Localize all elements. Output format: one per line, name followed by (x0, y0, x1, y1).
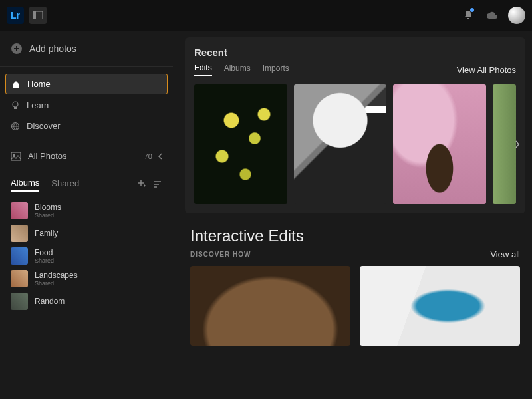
chevron-left-icon (158, 153, 162, 160)
add-photos-button[interactable]: Add photos (0, 31, 173, 66)
recent-photo-thumbnail[interactable] (294, 84, 387, 204)
all-photos-label: All Photos (28, 151, 67, 161)
recent-title: Recent (194, 47, 516, 58)
album-thumbnail (11, 270, 28, 287)
svg-rect-6 (11, 152, 21, 160)
album-item[interactable]: LandscapesShared (5, 267, 168, 290)
add-album-button[interactable] (137, 179, 146, 191)
nav-discover[interactable]: Discover (5, 116, 168, 136)
all-photos-count: 70 (144, 152, 152, 160)
chevron-right-icon (515, 140, 520, 149)
app-logo: Lr (7, 7, 24, 24)
album-thumbnail (11, 293, 28, 310)
album-item[interactable]: FoodShared (5, 245, 168, 267)
album-item[interactable]: BloomsShared (5, 200, 168, 222)
recent-tab-edits[interactable]: Edits (194, 63, 212, 76)
album-shared-label: Shared (35, 280, 78, 287)
recent-panel: Recent Edits Albums Imports View All Pho… (185, 37, 525, 213)
svg-rect-4 (14, 107, 17, 109)
albums-list: BloomsShared Family FoodShared Landscape… (0, 197, 173, 315)
all-photos-button[interactable]: All Photos 70 (0, 144, 173, 168)
recent-photo-thumbnail[interactable] (393, 84, 486, 204)
nav-home[interactable]: Home (5, 74, 168, 94)
notification-dot-icon (470, 8, 474, 12)
tab-albums[interactable]: Albums (11, 178, 39, 192)
cloud-sync-button[interactable] (483, 6, 501, 25)
photo-icon (11, 152, 21, 161)
album-thumbnail (11, 202, 28, 219)
panel-toggle-button[interactable] (29, 7, 47, 24)
album-name: Family (35, 229, 58, 238)
album-name: Random (35, 297, 65, 306)
album-name: Landscapes (35, 271, 78, 280)
interactive-edit-thumbnail[interactable] (360, 266, 520, 346)
lightbulb-icon (11, 101, 20, 110)
top-bar: Lr (0, 0, 532, 31)
nav-label: Home (27, 79, 51, 89)
interactive-edits-title: Interactive Edits (190, 227, 520, 245)
album-shared-label: Shared (35, 257, 54, 264)
album-thumbnail (11, 247, 28, 265)
recent-tab-imports[interactable]: Imports (263, 64, 289, 76)
plus-circle-icon (11, 43, 23, 55)
svg-rect-1 (33, 11, 36, 19)
sidebar: Add photos Home Learn Discover All Photo… (0, 31, 173, 399)
album-thumbnail (11, 225, 28, 242)
interactive-subtitle: DISCOVER HOW (190, 251, 251, 258)
interactive-edit-thumbnail[interactable] (190, 266, 350, 346)
sort-icon (153, 180, 162, 188)
scroll-right-button[interactable] (511, 131, 524, 158)
nav-label: Discover (27, 121, 61, 131)
nav-label: Learn (27, 100, 49, 110)
user-avatar[interactable] (508, 7, 525, 24)
tab-shared[interactable]: Shared (51, 178, 79, 191)
album-name: Food (35, 248, 54, 257)
plus-icon (137, 179, 146, 188)
album-item[interactable]: Random (5, 290, 168, 313)
recent-tab-albums[interactable]: Albums (224, 64, 251, 76)
album-name: Blooms (35, 203, 61, 212)
recent-photo-thumbnail[interactable] (194, 84, 287, 204)
svg-point-7 (13, 154, 15, 156)
globe-icon (11, 122, 20, 131)
interactive-view-all-link[interactable]: View all (490, 249, 520, 259)
main-content: Recent Edits Albums Imports View All Pho… (173, 31, 532, 399)
notifications-button[interactable] (459, 6, 477, 25)
sort-albums-button[interactable] (153, 179, 162, 191)
nav-learn[interactable]: Learn (5, 96, 168, 115)
album-item[interactable]: Family (5, 222, 168, 245)
album-shared-label: Shared (35, 212, 61, 219)
svg-point-3 (13, 102, 18, 107)
add-photos-label: Add photos (29, 43, 76, 54)
home-icon (11, 80, 21, 89)
view-all-photos-link[interactable]: View All Photos (457, 65, 516, 75)
